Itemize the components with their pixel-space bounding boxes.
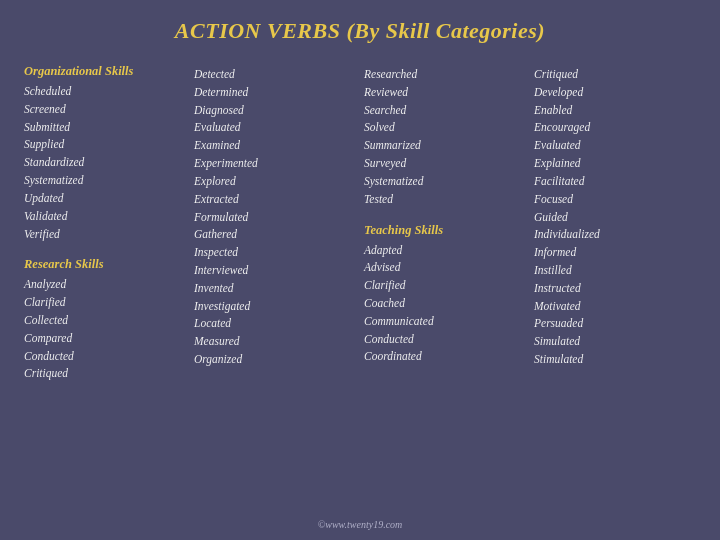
verb-reviewed: Reviewed <box>364 84 526 102</box>
verb-systematized2: Systematized <box>364 173 526 191</box>
verb-inspected: Inspected <box>194 244 356 262</box>
verb-instructed: Instructed <box>534 280 696 298</box>
content-grid: Organizational Skills Scheduled Screened… <box>24 58 696 511</box>
verb-analyzed: Analyzed <box>24 276 186 294</box>
verb-surveyed: Surveyed <box>364 155 526 173</box>
verb-simulated: Simulated <box>534 333 696 351</box>
verb-formulated: Formulated <box>194 209 356 227</box>
verb-submitted: Submitted <box>24 119 186 137</box>
verb-located: Located <box>194 315 356 333</box>
verb-adapted: Adapted <box>364 242 526 260</box>
verb-critiqued2: Critiqued <box>534 66 696 84</box>
verb-stimulated: Stimulated <box>534 351 696 369</box>
verb-systematized: Systematized <box>24 172 186 190</box>
verb-compared: Compared <box>24 330 186 348</box>
verb-examined: Examined <box>194 137 356 155</box>
verb-measured: Measured <box>194 333 356 351</box>
column-1: Organizational Skills Scheduled Screened… <box>24 58 186 511</box>
verb-extracted: Extracted <box>194 191 356 209</box>
verb-screened: Screened <box>24 101 186 119</box>
verb-searched: Searched <box>364 102 526 120</box>
verb-coached: Coached <box>364 295 526 313</box>
verb-updated: Updated <box>24 190 186 208</box>
verb-tested: Tested <box>364 191 526 209</box>
verb-collected: Collected <box>24 312 186 330</box>
col4-verbs: Critiqued Developed Enabled Encouraged E… <box>534 66 696 369</box>
verb-evaluated: Evaluated <box>194 119 356 137</box>
verb-gathered: Gathered <box>194 226 356 244</box>
col2-verbs: Detected Determined Diagnosed Evaluated … <box>194 66 356 369</box>
verb-experimented: Experimented <box>194 155 356 173</box>
page: ACTION VERBS (By Skill Categories) Organ… <box>0 0 720 540</box>
verb-supplied: Supplied <box>24 136 186 154</box>
verb-verified: Verified <box>24 226 186 244</box>
verb-researched: Researched <box>364 66 526 84</box>
verb-informed: Informed <box>534 244 696 262</box>
verb-investigated: Investigated <box>194 298 356 316</box>
verb-explored: Explored <box>194 173 356 191</box>
research-skills-heading: Research Skills <box>24 257 186 272</box>
verb-facilitated: Facilitated <box>534 173 696 191</box>
column-4: Critiqued Developed Enabled Encouraged E… <box>534 58 696 511</box>
org-skills-verbs: Scheduled Screened Submitted Supplied St… <box>24 83 186 243</box>
verb-individualized: Individualized <box>534 226 696 244</box>
verb-communicated: Communicated <box>364 313 526 331</box>
verb-clarified2: Clarified <box>364 277 526 295</box>
verb-enabled: Enabled <box>534 102 696 120</box>
column-2: Detected Determined Diagnosed Evaluated … <box>194 58 356 511</box>
teaching-skills-verbs: Adapted Advised Clarified Coached Commun… <box>364 242 526 367</box>
verb-critiqued: Critiqued <box>24 365 186 383</box>
verb-focused: Focused <box>534 191 696 209</box>
verb-motivated: Motivated <box>534 298 696 316</box>
verb-standardized: Standardized <box>24 154 186 172</box>
verb-conducted: Conducted <box>24 348 186 366</box>
footer-credit: ©www.twenty19.com <box>318 519 403 530</box>
verb-persuaded: Persuaded <box>534 315 696 333</box>
teaching-skills-heading: Teaching Skills <box>364 223 526 238</box>
column-3: Researched Reviewed Searched Solved Summ… <box>364 58 526 511</box>
research-skills-verbs: Analyzed Clarified Collected Compared Co… <box>24 276 186 383</box>
verb-determined: Determined <box>194 84 356 102</box>
verb-scheduled: Scheduled <box>24 83 186 101</box>
verb-encouraged: Encouraged <box>534 119 696 137</box>
verb-explained: Explained <box>534 155 696 173</box>
verb-clarified: Clarified <box>24 294 186 312</box>
verb-solved: Solved <box>364 119 526 137</box>
verb-instilled: Instilled <box>534 262 696 280</box>
org-skills-heading: Organizational Skills <box>24 64 186 79</box>
verb-interviewed: Interviewed <box>194 262 356 280</box>
verb-validated: Validated <box>24 208 186 226</box>
verb-developed: Developed <box>534 84 696 102</box>
verb-guided: Guided <box>534 209 696 227</box>
verb-coordinated: Coordinated <box>364 348 526 366</box>
verb-detected: Detected <box>194 66 356 84</box>
verb-conducted2: Conducted <box>364 331 526 349</box>
verb-diagnosed: Diagnosed <box>194 102 356 120</box>
verb-evaluated2: Evaluated <box>534 137 696 155</box>
col3-top-verbs: Researched Reviewed Searched Solved Summ… <box>364 66 526 209</box>
verb-invented: Invented <box>194 280 356 298</box>
verb-advised: Advised <box>364 259 526 277</box>
page-title: ACTION VERBS (By Skill Categories) <box>175 18 545 44</box>
verb-summarized: Summarized <box>364 137 526 155</box>
verb-organized: Organized <box>194 351 356 369</box>
